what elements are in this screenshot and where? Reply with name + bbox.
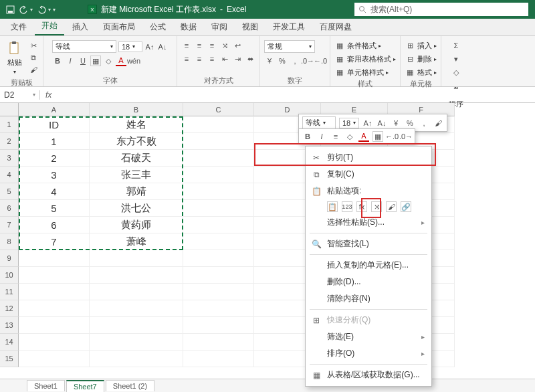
col-header-B[interactable]: B	[90, 103, 183, 116]
inc-decimal-icon[interactable]: .0→	[302, 56, 313, 66]
increase-font-icon[interactable]: A↑	[144, 41, 155, 52]
cell-B4[interactable]: 张三丰	[90, 167, 183, 183]
mini-size-select[interactable]: 18▾	[339, 118, 359, 128]
cell-B5[interactable]: 郭靖	[90, 183, 183, 200]
wrap-text-icon[interactable]: ↩	[232, 40, 243, 51]
mini-currency-icon[interactable]: ¥	[391, 118, 401, 128]
align-right-icon[interactable]: ≡	[207, 54, 217, 64]
cell-B15[interactable]	[90, 351, 183, 367]
cell-B7[interactable]: 黄药师	[90, 217, 183, 233]
dec-decimal-icon[interactable]: ←.0	[315, 56, 326, 66]
select-all-corner[interactable]	[0, 103, 19, 116]
mini-font-select[interactable]: 等线▾	[302, 116, 336, 129]
redo-icon[interactable]	[37, 5, 46, 14]
phonetic-icon[interactable]: wén	[128, 56, 139, 66]
mini-format-painter-icon[interactable]: 🖌	[433, 118, 443, 128]
cell-A11[interactable]	[19, 284, 90, 300]
cell-B13[interactable]	[90, 317, 183, 334]
mini-comma-icon[interactable]: ,	[419, 118, 429, 128]
menu-cut[interactable]: ✂剪切(T)	[306, 149, 431, 166]
fill-icon[interactable]: ▾	[451, 54, 461, 64]
menu-smart-lookup[interactable]: 🔍智能查找(L)	[306, 235, 431, 252]
cell-B11[interactable]	[90, 284, 183, 300]
comma-icon[interactable]: ,	[290, 56, 300, 66]
paste-all-icon[interactable]: 📋	[327, 201, 338, 212]
cell-A3[interactable]: 2	[19, 150, 90, 167]
format-painter-icon[interactable]: 🖌	[28, 64, 39, 75]
fill-color-icon[interactable]: ◇	[103, 56, 114, 66]
cell-B9[interactable]	[90, 250, 183, 267]
col-header-A[interactable]: A	[19, 103, 90, 116]
cell-C8[interactable]	[183, 233, 254, 250]
clear-icon[interactable]: ◇	[451, 67, 461, 78]
mini-fontcolor-icon[interactable]: A	[358, 131, 369, 142]
mini-bold-icon[interactable]: B	[302, 131, 313, 142]
paste-formulas-icon[interactable]: fx	[356, 201, 367, 212]
menu-sort[interactable]: 排序(O)▸	[306, 345, 431, 362]
row-header-3[interactable]: 3	[0, 150, 19, 167]
delete-button[interactable]: ⊟删除▸	[405, 54, 437, 64]
cell-A7[interactable]: 6	[19, 217, 90, 233]
cell-C14[interactable]	[183, 334, 254, 351]
paste-button[interactable]: 粘贴 ▾	[4, 39, 25, 76]
cell-A13[interactable]	[19, 317, 90, 334]
menu-insert-copied[interactable]: 插入复制的单元格(E)...	[306, 257, 431, 274]
paste-values-icon[interactable]: 123	[342, 201, 352, 212]
row-header-7[interactable]: 7	[0, 217, 19, 233]
tab-开发工具[interactable]: 开发工具	[266, 18, 312, 35]
align-center-icon[interactable]: ≡	[194, 54, 205, 64]
format-button[interactable]: ▦格式▸	[405, 67, 437, 78]
fx-icon[interactable]: fx	[40, 90, 57, 100]
cell-A1[interactable]: ID	[19, 116, 90, 133]
align-left-icon[interactable]: ≡	[181, 54, 192, 64]
mini-inc-font-icon[interactable]: A↑	[362, 118, 373, 128]
italic-icon[interactable]: I	[65, 56, 76, 66]
cell-C2[interactable]	[183, 133, 254, 150]
row-header-12[interactable]: 12	[0, 300, 19, 317]
search-box[interactable]: 搜索(Alt+Q)	[354, 3, 528, 16]
indent-dec-icon[interactable]: ⇤	[219, 54, 230, 64]
row-header-14[interactable]: 14	[0, 334, 19, 351]
cell-C13[interactable]	[183, 317, 254, 334]
paste-transpose-icon[interactable]: ⤭	[371, 201, 382, 212]
cell-C11[interactable]	[183, 284, 254, 300]
cell-B12[interactable]	[90, 300, 183, 317]
number-format-select[interactable]: 常规▾	[264, 40, 315, 53]
font-size-select[interactable]: 18▾	[118, 41, 142, 52]
cell-C7[interactable]	[183, 217, 254, 233]
sheet-tab-Sheet1[interactable]: Sheet1	[27, 380, 65, 391]
cell-C4[interactable]	[183, 167, 254, 183]
cell-A8[interactable]: 7	[19, 233, 90, 250]
row-header-6[interactable]: 6	[0, 200, 19, 217]
cell-B8[interactable]: 萧峰	[90, 233, 183, 250]
name-box[interactable]: D2▾	[0, 90, 40, 100]
font-name-select[interactable]: 等线▾	[52, 40, 116, 53]
row-header-11[interactable]: 11	[0, 284, 19, 300]
cell-B3[interactable]: 石破天	[90, 150, 183, 167]
mini-percent-icon[interactable]: %	[405, 118, 415, 128]
undo-icon[interactable]	[19, 5, 28, 14]
sheet-tab-Sheet7[interactable]: Sheet7	[66, 380, 104, 392]
align-middle-icon[interactable]: ≡	[194, 40, 205, 51]
cell-C1[interactable]	[183, 116, 254, 133]
mini-dec-font-icon[interactable]: A↓	[377, 118, 387, 128]
indent-inc-icon[interactable]: ⇥	[232, 54, 243, 64]
align-top-icon[interactable]: ≡	[181, 40, 192, 51]
cell-C9[interactable]	[183, 250, 254, 267]
tab-视图[interactable]: 视图	[235, 18, 265, 35]
percent-icon[interactable]: %	[277, 56, 288, 66]
insert-button[interactable]: ⊞插入▸	[405, 40, 437, 51]
row-header-13[interactable]: 13	[0, 317, 19, 334]
cell-B14[interactable]	[90, 334, 183, 351]
menu-copy[interactable]: ⧉复制(C)	[306, 166, 431, 183]
cell-C12[interactable]	[183, 300, 254, 317]
font-color-icon[interactable]: A	[116, 56, 126, 66]
cell-C15[interactable]	[183, 351, 254, 367]
paste-formatting-icon[interactable]: 🖌	[386, 201, 397, 212]
cell-C6[interactable]	[183, 200, 254, 217]
border-icon[interactable]: ▦	[90, 56, 101, 66]
cell-B2[interactable]: 东方不败	[90, 133, 183, 150]
cell-B1[interactable]: 姓名	[90, 116, 183, 133]
tab-审阅[interactable]: 审阅	[205, 18, 234, 35]
mini-dec-decimal-icon[interactable]: ←.0	[387, 131, 397, 142]
